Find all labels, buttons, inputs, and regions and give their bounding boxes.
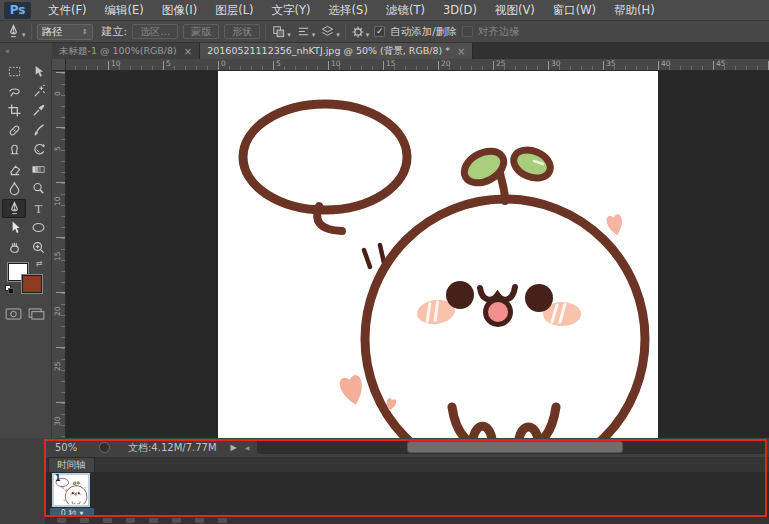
separator — [265, 24, 266, 40]
separator — [31, 24, 32, 40]
document-size-info: 文档:4.12M/7.77M — [128, 441, 217, 455]
path-selection-tool[interactable] — [2, 218, 26, 238]
delay-caret-icon: ▼ — [79, 510, 83, 516]
document-tab[interactable]: 未标题-1 @ 100%(RGB/8)× — [52, 43, 200, 59]
move-tool[interactable] — [26, 62, 50, 82]
make-selection-button[interactable]: 选区… — [132, 24, 178, 39]
select-caret-icon: ⇕ — [82, 28, 88, 36]
menu-items: 文件(F)编辑(E)图像(I)图层(L)文字(Y)选择(S)滤镜(T)3D(D)… — [39, 0, 664, 21]
pen-tool[interactable] — [2, 199, 26, 219]
status-flyout-icon[interactable]: ▶ — [231, 443, 237, 452]
path-operations-icon[interactable]: ▾ — [271, 24, 291, 39]
auto-add-delete-checkbox[interactable]: ✓ — [374, 26, 385, 37]
tools-panel: ⇄ — [0, 59, 52, 438]
tab-close-icon[interactable]: × — [457, 46, 465, 57]
animation-frame-1[interactable]: 1 — [52, 473, 90, 507]
tab-strip: 未标题-1 @ 100%(RGB/8)×20160521112356_nhKTJ… — [52, 43, 473, 59]
menu-item[interactable]: 视图(V) — [486, 0, 544, 21]
dodge-tool[interactable] — [26, 179, 50, 199]
collapse-tools-icon[interactable]: « — [0, 43, 52, 59]
scrollbar-thumb[interactable] — [407, 441, 623, 453]
clone-stamp-tool[interactable] — [2, 140, 26, 160]
zoom-tool[interactable] — [26, 238, 50, 258]
path-mode-select[interactable]: 路径⇕ — [37, 24, 93, 40]
document-tab-bar: « 未标题-1 @ 100%(RGB/8)×20160521112356_nhK… — [0, 43, 769, 59]
magic-wand-tool[interactable] — [26, 82, 50, 102]
menu-item[interactable]: 帮助(H) — [605, 0, 664, 21]
horizontal-scrollbar[interactable] — [257, 440, 767, 454]
shape-tool[interactable] — [26, 218, 50, 238]
auto-add-delete-label: 自动添加/删除 — [390, 25, 457, 39]
lasso-tool[interactable] — [2, 82, 26, 102]
spot-healing-brush-tool[interactable] — [2, 121, 26, 141]
eraser-tool[interactable] — [2, 160, 26, 180]
swap-colors-icon[interactable]: ⇄ — [36, 259, 43, 268]
pen-tool-preset-icon[interactable]: ▾ — [6, 24, 26, 39]
menu-item[interactable]: 滤镜(T) — [377, 0, 434, 21]
left-gutter — [0, 438, 45, 524]
timeline-panel-header: 时间轴 — [45, 457, 769, 472]
quick-mask-button[interactable] — [5, 307, 22, 320]
history-brush-tool[interactable] — [26, 140, 50, 160]
timeline-controls-partial — [45, 517, 769, 524]
zoom-level-field[interactable]: 50% — [55, 442, 91, 453]
menu-item[interactable]: 文件(F) — [39, 0, 96, 21]
pasteboard — [66, 71, 769, 438]
gear-icon[interactable]: ▾ — [351, 25, 370, 39]
hand-tool[interactable] — [2, 238, 26, 258]
timeline-panel: 1 0 秒▼ — [45, 472, 769, 517]
kawaii-sprout-artwork — [218, 71, 658, 438]
menu-item[interactable]: 3D(D) — [434, 0, 486, 21]
screen-mode-button[interactable] — [28, 307, 45, 320]
make-shape-button[interactable]: 形状 — [224, 24, 260, 39]
status-icon — [99, 442, 110, 453]
menu-item[interactable]: 窗口(W) — [544, 0, 605, 21]
menu-bar: Ps 文件(F)编辑(E)图像(I)图层(L)文字(Y)选择(S)滤镜(T)3D… — [0, 0, 769, 21]
menu-item[interactable]: 编辑(E) — [96, 0, 153, 21]
align-edges-checkbox[interactable] — [462, 26, 473, 37]
menu-item[interactable]: 选择(S) — [320, 0, 377, 21]
menu-item[interactable]: 图层(L) — [206, 0, 262, 21]
eyedropper-tool[interactable] — [26, 101, 50, 121]
photoshop-logo: Ps — [4, 2, 31, 19]
default-colors-icon[interactable] — [5, 285, 15, 294]
gradient-tool[interactable] — [26, 160, 50, 180]
brush-tool[interactable] — [26, 121, 50, 141]
horizontal-ruler: 1510505101520253035404550 — [52, 59, 769, 71]
tool-options-bar: ▾ 路径⇕ 建立: 选区… 蒙版 形状 ▾ ▾ ▾ ▾ ✓ 自动添加/删除 对齐… — [0, 21, 769, 43]
document-tab[interactable]: 20160521112356_nhKTJ.jpg @ 50% (背景, RGB/… — [200, 43, 473, 59]
frame-number: 1 — [55, 474, 61, 483]
type-tool[interactable] — [26, 199, 50, 219]
tab-close-icon[interactable]: × — [184, 46, 192, 57]
align-edges-label: 对齐边缘 — [478, 25, 520, 39]
status-bar: 50% 文档:4.12M/7.77M ▶ ◀ — [45, 438, 769, 457]
separator — [345, 24, 346, 40]
rectangular-marquee-tool[interactable] — [2, 62, 26, 82]
make-mask-button[interactable]: 蒙版 — [183, 24, 219, 39]
path-arrangement-icon[interactable]: ▾ — [320, 24, 340, 39]
crop-tool[interactable] — [2, 101, 26, 121]
timeline-tab[interactable]: 时间轴 — [48, 457, 95, 472]
blur-tool[interactable] — [2, 179, 26, 199]
vertical-ruler: 051015202530 — [52, 71, 66, 438]
path-alignment-icon[interactable]: ▾ — [296, 24, 316, 39]
menu-item[interactable]: 图像(I) — [153, 0, 206, 21]
photoshop-window: Ps 文件(F)编辑(E)图像(I)图层(L)文字(Y)选择(S)滤镜(T)3D… — [0, 0, 769, 524]
scroll-left-icon[interactable]: ◀ — [245, 444, 250, 451]
document-canvas[interactable] — [218, 71, 658, 438]
make-label: 建立: — [102, 24, 128, 39]
tool-grid — [2, 62, 50, 257]
background-color-swatch[interactable] — [22, 275, 42, 293]
menu-item[interactable]: 文字(Y) — [263, 0, 320, 21]
ruler-corner — [52, 59, 66, 71]
